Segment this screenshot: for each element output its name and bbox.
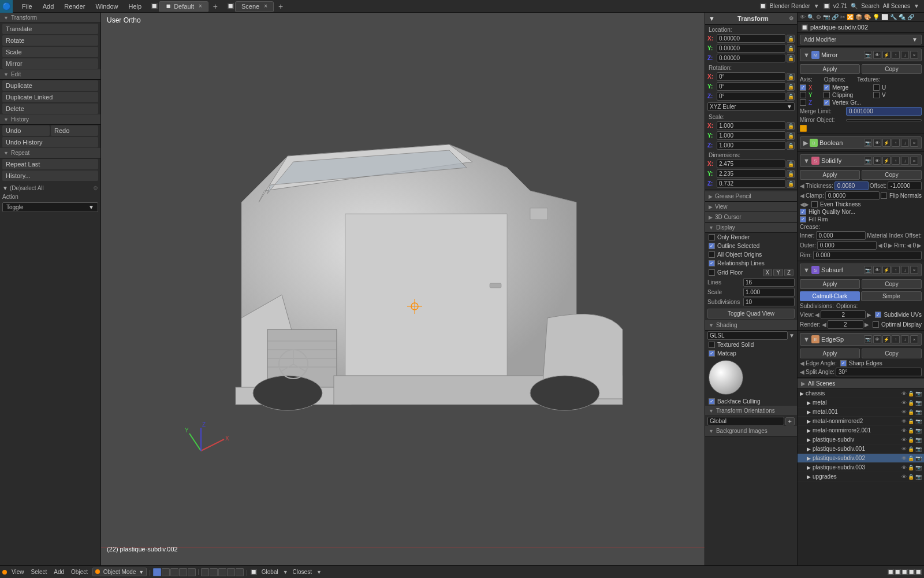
duplicate-button[interactable]: Duplicate [2, 80, 98, 91]
view-menu[interactable]: View [9, 568, 27, 576]
undo-button[interactable]: Undo [2, 125, 50, 136]
mirror-z-checkbox[interactable] [800, 99, 806, 106]
closest-label[interactable]: Closest [290, 568, 314, 576]
lock-icon[interactable]: 🔒 [908, 465, 914, 470]
outliner-item-5[interactable]: ▶ plastique-subdiv 👁 🔒 📷 [798, 435, 924, 444]
outliner-item-2[interactable]: ▶ metal.001 👁 🔒 📷 [798, 407, 924, 417]
scale-y-lock[interactable]: 🔒 [787, 132, 795, 140]
display-section[interactable]: ▼ Display [705, 223, 797, 233]
location-x-field[interactable]: 0.00000 [717, 34, 785, 43]
scale-z-lock[interactable]: 🔒 [787, 142, 795, 150]
matcap-preview[interactable] [709, 360, 743, 395]
grid-y-toggle[interactable]: Y [773, 269, 783, 276]
lines-field[interactable]: 16 [743, 278, 795, 287]
visibility-icon[interactable]: 👁 [901, 418, 907, 424]
rotation-x-lock[interactable]: 🔒 [787, 73, 795, 81]
render-icon[interactable]: 📷 [915, 418, 922, 424]
grid-x-toggle[interactable]: X [763, 269, 773, 276]
visibility-icon[interactable]: 👁 [901, 428, 907, 433]
mirror-x-checkbox[interactable] [800, 84, 806, 91]
flip-normals-checkbox[interactable] [881, 192, 887, 199]
scale-y-field[interactable]: 1.000 [717, 131, 785, 140]
3d-viewport-content[interactable]: X Y Z [101, 13, 705, 565]
boolean-render-icon[interactable]: 👁 [873, 139, 881, 147]
toggle-quad-view-button[interactable]: Toggle Quad View [707, 309, 795, 318]
mirror-button[interactable]: Mirror [2, 58, 98, 69]
mirror-render-icon[interactable]: 👁 [873, 51, 881, 59]
mirror-object-field[interactable] [846, 119, 922, 121]
rotation-z-lock[interactable]: 🔒 [787, 92, 795, 101]
solidify-camera-icon[interactable]: 📷 [864, 157, 872, 165]
clamp-field[interactable]: 0.0000 [825, 191, 880, 200]
outliner-item-1[interactable]: ▶ metal 👁 🔒 📷 [798, 398, 924, 407]
catmull-clark-button[interactable]: Catmull-Clark [800, 291, 860, 301]
edgesplit-copy-button[interactable]: Copy [862, 349, 922, 358]
mirror-copy-button[interactable]: Copy [862, 64, 922, 74]
subsurf-expand-arrow[interactable]: ▼ [803, 266, 810, 273]
undo-history-button[interactable]: Undo History [2, 137, 98, 147]
subsurf-view-field[interactable]: 2 [821, 310, 866, 319]
outliner-item-9[interactable]: ▶ upgrades 👁 🔒 📷 [798, 472, 924, 481]
outline-selected-checkbox[interactable] [709, 243, 715, 249]
scale-z-field[interactable]: 1.000 [717, 141, 785, 150]
thickness-arrow[interactable]: ◀ [800, 183, 804, 189]
subdivide-uvs-checkbox[interactable] [875, 312, 881, 318]
even-thickness-checkbox[interactable] [811, 201, 818, 208]
background-images-section[interactable]: ▼ Background Images [705, 426, 797, 436]
add-orientation-button[interactable]: + [785, 417, 795, 425]
subsurf-copy-button[interactable]: Copy [862, 279, 922, 289]
offset-field[interactable]: -1.0000 [888, 181, 922, 190]
boolean-realtime-icon[interactable]: ⚡ [882, 139, 891, 147]
boolean-camera-icon[interactable]: 📷 [864, 139, 872, 147]
optimal-display-checkbox[interactable] [873, 321, 879, 328]
solidify-close-icon[interactable]: × [910, 157, 918, 165]
dim-y-field[interactable]: 2.235 [717, 169, 785, 178]
boolean-up-icon[interactable]: ↑ [892, 139, 900, 147]
menu-window[interactable]: Window [91, 2, 122, 11]
layer-4[interactable] [179, 568, 187, 576]
dim-x-field[interactable]: 2.475 [717, 160, 785, 168]
subsurf-up-icon[interactable]: ↑ [892, 266, 900, 274]
render-icon[interactable]: 📷 [915, 409, 922, 415]
rotation-x-field[interactable]: 0° [717, 72, 785, 81]
scale-x-field[interactable]: 1.000 [717, 121, 785, 130]
shading-mode-dropdown[interactable]: GLSL [707, 331, 788, 340]
subsurf-render-icon[interactable]: 👁 [873, 266, 881, 274]
visibility-icon[interactable]: 👁 [901, 465, 907, 470]
solidify-up-icon[interactable]: ↑ [892, 157, 900, 165]
subsurf-camera-icon[interactable]: 📷 [864, 266, 872, 274]
translate-button[interactable]: Translate [2, 24, 98, 34]
subsurf-down-icon[interactable]: ↓ [901, 266, 909, 274]
rotation-mode-dropdown[interactable]: XYZ Euler ▼ [707, 102, 795, 111]
clipping-checkbox[interactable] [824, 92, 830, 98]
render-icon[interactable]: 📷 [915, 428, 922, 433]
toggle-dropdown[interactable]: Toggle ▼ [0, 201, 100, 213]
mirror-camera-icon[interactable]: 📷 [864, 51, 872, 59]
vertex-gr-checkbox[interactable] [824, 99, 830, 106]
rotation-z-field[interactable]: 0° [717, 92, 785, 101]
outliner-item-8[interactable]: ▶ plastique-subdiv.003 👁 🔒 📷 [798, 463, 924, 472]
menu-help[interactable]: Help [124, 2, 147, 11]
mirror-expand-arrow[interactable]: ▼ [803, 51, 810, 58]
grid-floor-checkbox[interactable] [709, 269, 715, 276]
solidify-apply-button[interactable]: Apply [800, 170, 860, 180]
boolean-close-icon[interactable]: × [910, 139, 918, 147]
transform-section-header[interactable]: ▼ Transform [0, 13, 100, 23]
mirror-down-icon[interactable]: ↓ [901, 51, 909, 59]
outliner-item-4[interactable]: ▶ metal-nonmirrore2.001 👁 🔒 📷 [798, 426, 924, 435]
rotation-y-lock[interactable]: 🔒 [787, 83, 795, 91]
select-menu[interactable]: Select [29, 568, 50, 576]
all-object-origins-checkbox[interactable] [709, 251, 715, 258]
layer-7[interactable] [210, 568, 218, 576]
high-quality-checkbox[interactable] [800, 209, 806, 215]
location-z-lock[interactable]: 🔒 [787, 54, 795, 62]
outliner-item-6[interactable]: ▶ plastique-subdiv.001 👁 🔒 📷 [798, 444, 924, 454]
lock-icon[interactable]: 🔒 [908, 418, 914, 424]
visibility-icon[interactable]: 👁 [901, 455, 907, 461]
lock-icon[interactable]: 🔒 [908, 400, 914, 406]
tex-u-checkbox[interactable] [873, 84, 880, 91]
render-icon[interactable]: 📷 [915, 400, 922, 406]
boolean-expand-arrow[interactable]: ▶ [803, 139, 808, 147]
rotate-button[interactable]: Rotate [2, 35, 98, 46]
visibility-icon[interactable]: 👁 [901, 437, 907, 443]
